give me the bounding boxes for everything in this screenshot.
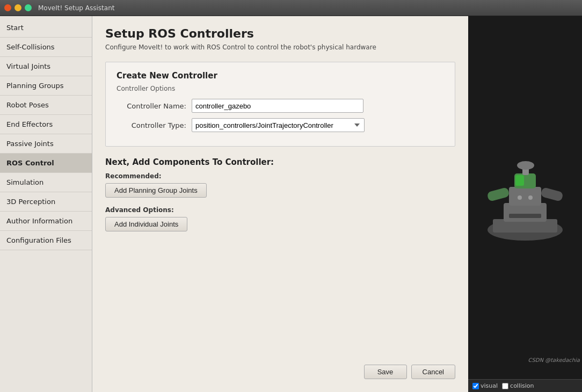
sidebar: Start Self-Collisions Virtual Joints Pla…	[0, 16, 92, 392]
bottom-bar: Save Cancel	[105, 356, 455, 381]
sidebar-item-virtual-joints[interactable]: Virtual Joints	[0, 57, 92, 76]
visual-checkbox-item: visual	[472, 382, 498, 389]
viewport: CSDN @takedachia visual collision	[468, 16, 582, 392]
add-planning-group-joints-button[interactable]: Add Planning Group Joints	[105, 183, 207, 198]
controller-type-row: Controller Type: position_controllers/Jo…	[117, 118, 444, 132]
svg-point-11	[518, 195, 522, 200]
titlebar: MoveIt! Setup Assistant	[0, 0, 582, 16]
sidebar-item-ros-control[interactable]: ROS Control	[0, 154, 92, 173]
sidebar-item-start[interactable]: Start	[0, 18, 92, 38]
add-individual-joints-button[interactable]: Add Individual Joints	[105, 217, 187, 231]
add-components-title: Next, Add Components To Controller:	[105, 157, 455, 167]
viewport-canvas: CSDN @takedachia	[468, 16, 582, 379]
sidebar-item-robot-poses[interactable]: Robot Poses	[0, 96, 92, 115]
collision-label: collision	[510, 382, 534, 389]
svg-rect-3	[509, 187, 541, 206]
visual-label: visual	[481, 382, 498, 389]
svg-rect-5	[540, 187, 563, 202]
main-content: Setup ROS Controllers Configure MoveIt! …	[92, 16, 468, 392]
advanced-options-label: Advanced Options:	[105, 206, 455, 214]
watermark-text: CSDN @takedachia	[528, 357, 580, 363]
sidebar-item-simulation[interactable]: Simulation	[0, 173, 92, 192]
sidebar-item-self-collisions[interactable]: Self-Collisions	[0, 38, 92, 57]
sidebar-item-configuration-files[interactable]: Configuration Files	[0, 231, 92, 250]
svg-rect-7	[515, 175, 524, 186]
robot-visualization	[477, 144, 573, 251]
controller-type-label: Controller Type:	[117, 121, 192, 129]
minimize-button[interactable]	[14, 4, 21, 11]
create-controller-section: Create New Controller Controller Options…	[105, 62, 455, 147]
svg-point-9	[517, 161, 534, 170]
page-subtitle: Configure MoveIt! to work with ROS Contr…	[105, 43, 455, 51]
svg-rect-12	[509, 214, 541, 218]
page-title: Setup ROS Controllers	[105, 27, 455, 40]
controller-options-label: Controller Options	[117, 85, 444, 92]
sidebar-item-end-effectors[interactable]: End Effectors	[0, 115, 92, 134]
svg-rect-2	[504, 203, 547, 222]
maximize-button[interactable]	[25, 4, 32, 11]
cancel-button[interactable]: Cancel	[411, 365, 455, 379]
window-title: MoveIt! Setup Assistant	[38, 4, 114, 12]
sidebar-item-3d-perception[interactable]: 3D Perception	[0, 192, 92, 212]
collision-checkbox[interactable]	[502, 383, 508, 389]
svg-point-10	[528, 195, 533, 200]
save-button[interactable]: Save	[364, 365, 407, 379]
svg-rect-4	[486, 187, 510, 202]
sidebar-item-planning-groups[interactable]: Planning Groups	[0, 76, 92, 96]
create-controller-title: Create New Controller	[117, 71, 444, 81]
controller-type-select[interactable]: position_controllers/JointTrajectoryCont…	[192, 118, 365, 132]
sidebar-item-author-information[interactable]: Author Information	[0, 212, 92, 231]
controller-name-input[interactable]	[192, 99, 363, 113]
collision-checkbox-item: collision	[502, 382, 534, 389]
recommended-label: Recommended:	[105, 172, 455, 180]
add-components-section: Next, Add Components To Controller: Reco…	[105, 157, 455, 237]
viewport-controls: visual collision	[468, 379, 582, 392]
sidebar-item-passive-joints[interactable]: Passive Joints	[0, 134, 92, 154]
app-body: Start Self-Collisions Virtual Joints Pla…	[0, 16, 582, 392]
close-button[interactable]	[4, 4, 11, 11]
visual-checkbox[interactable]	[472, 383, 479, 389]
controller-name-row: Controller Name:	[117, 99, 444, 113]
controller-name-label: Controller Name:	[117, 102, 192, 110]
